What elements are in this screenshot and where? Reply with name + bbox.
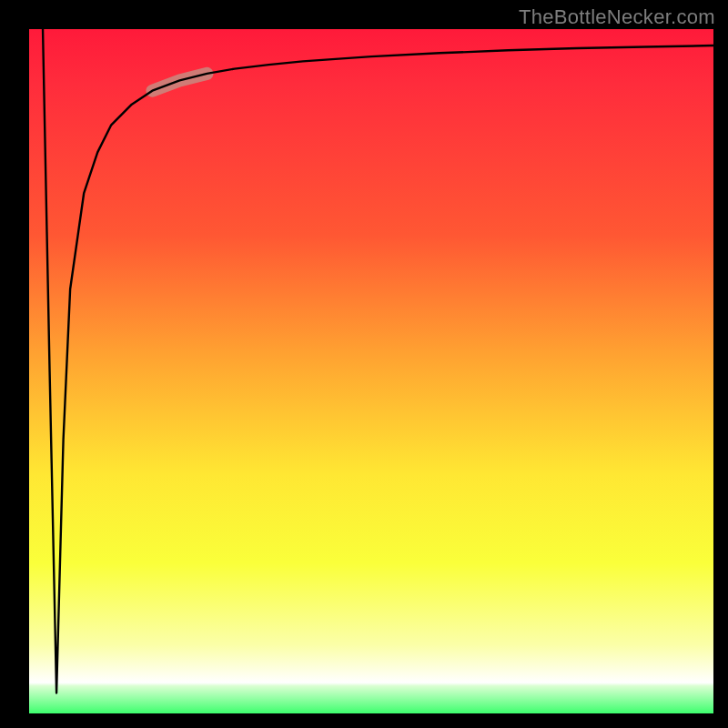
- bottleneck-curve: [43, 29, 713, 693]
- watermark-text: TheBottleNecker.com: [519, 5, 715, 29]
- curve-svg: [29, 29, 713, 713]
- chart-frame: TheBottleNecker.com: [0, 0, 728, 728]
- plot-area: [29, 29, 713, 713]
